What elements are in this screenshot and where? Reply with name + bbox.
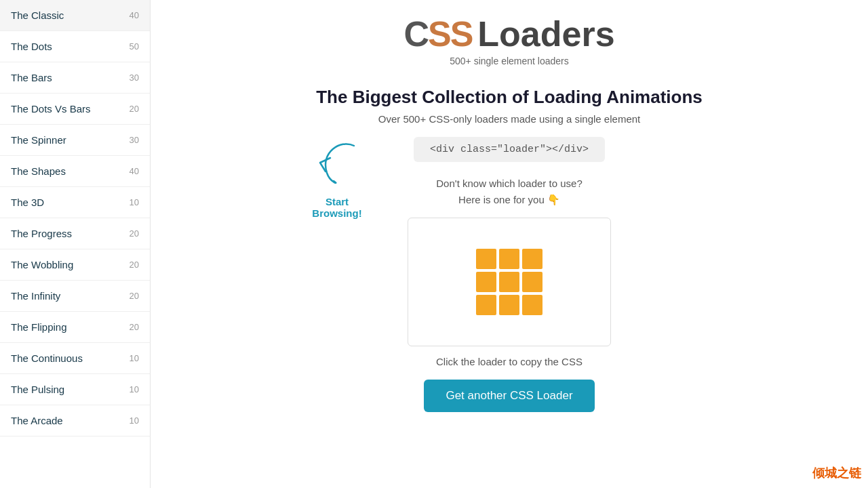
sidebar-item-count-12: 10 — [130, 384, 139, 394]
logo-subtitle: 500+ single element loaders — [450, 56, 569, 66]
sidebar-item-count-9: 20 — [130, 291, 139, 301]
sidebar-item-label-5: The Shapes — [11, 165, 66, 177]
sidebar-item-count-10: 20 — [130, 322, 139, 332]
logo-css: CSS — [403, 14, 472, 54]
arrow-icon — [307, 132, 368, 193]
start-browsing-label: StartBrowsing! — [312, 196, 361, 219]
sidebar-item-3[interactable]: The Dots Vs Bars20 — [0, 94, 150, 125]
sidebar-item-5[interactable]: The Shapes40 — [0, 156, 150, 187]
logo-title: CSS Loaders — [403, 14, 614, 54]
sidebar-item-label-8: The Wobbling — [11, 259, 73, 270]
sidebar-item-label-0: The Classic — [11, 9, 64, 21]
sidebar-item-4[interactable]: The Spinner30 — [0, 125, 150, 156]
logo-loaders: Loaders — [477, 14, 614, 54]
sidebar-item-label-10: The Flipping — [11, 321, 67, 333]
get-another-button[interactable]: Get another CSS Loader — [424, 380, 594, 412]
sidebar-item-6[interactable]: The 3D10 — [0, 187, 150, 218]
sidebar-item-count-0: 40 — [130, 10, 139, 20]
suggestion-text: Don't know which loader to use? Here is … — [436, 176, 583, 208]
sidebar-item-count-2: 30 — [130, 73, 139, 83]
sidebar-item-label-12: The Pulsing — [11, 384, 64, 395]
sidebar-item-label-6: The 3D — [11, 197, 44, 208]
sidebar-item-label-1: The Dots — [11, 41, 52, 52]
sidebar: The Classic40The Dots50The Bars30The Dot… — [0, 0, 151, 488]
sidebar-item-12[interactable]: The Pulsing10 — [0, 374, 150, 405]
sidebar-item-10[interactable]: The Flipping20 — [0, 312, 150, 343]
sidebar-item-count-3: 20 — [130, 104, 139, 114]
grid-cell-8 — [499, 295, 519, 315]
grid-loader — [476, 249, 542, 315]
sidebar-item-count-6: 10 — [130, 197, 139, 207]
sidebar-item-count-4: 30 — [130, 135, 139, 145]
grid-cell-7 — [476, 295, 496, 315]
sidebar-item-1[interactable]: The Dots50 — [0, 31, 150, 62]
sidebar-item-8[interactable]: The Wobbling20 — [0, 249, 150, 281]
sidebar-item-label-3: The Dots Vs Bars — [11, 103, 91, 115]
sidebar-item-label-9: The Infinity — [11, 290, 60, 302]
sidebar-item-label-2: The Bars — [11, 72, 52, 83]
loader-preview-box[interactable] — [408, 218, 611, 346]
main-content: StartBrowsing! CSS Loaders 500+ single e… — [151, 0, 868, 488]
sidebar-item-count-1: 50 — [130, 41, 139, 52]
grid-cell-6 — [522, 272, 542, 292]
hero-subtitle: Over 500+ CSS-only loaders made using a … — [378, 113, 640, 125]
copy-hint: Click the loader to copy the CSS — [436, 356, 583, 367]
grid-cell-1 — [476, 249, 496, 269]
grid-cell-4 — [476, 272, 496, 292]
sidebar-item-9[interactable]: The Infinity20 — [0, 281, 150, 312]
sidebar-item-count-7: 20 — [130, 228, 139, 239]
sidebar-item-count-5: 40 — [130, 166, 139, 176]
sidebar-item-11[interactable]: The Continuous10 — [0, 343, 150, 374]
sidebar-item-0[interactable]: The Classic40 — [0, 0, 150, 31]
sidebar-item-2[interactable]: The Bars30 — [0, 62, 150, 94]
sidebar-item-13[interactable]: The Arcade10 — [0, 405, 150, 436]
sidebar-item-count-11: 10 — [130, 353, 139, 363]
sidebar-item-label-4: The Spinner — [11, 134, 66, 146]
grid-cell-2 — [499, 249, 519, 269]
logo-area: CSS Loaders 500+ single element loaders — [403, 14, 614, 66]
grid-cell-5 — [499, 272, 519, 292]
sidebar-item-7[interactable]: The Progress20 — [0, 218, 150, 249]
grid-cell-3 — [522, 249, 542, 269]
watermark: 倾城之链 — [812, 465, 861, 481]
code-block: <div class="loader"></div> — [414, 137, 605, 162]
sidebar-item-label-13: The Arcade — [11, 415, 63, 426]
start-browsing-annotation: StartBrowsing! — [307, 132, 368, 219]
sidebar-item-count-13: 10 — [130, 415, 139, 426]
grid-cell-9 — [522, 295, 542, 315]
hero-title: The Biggest Collection of Loading Animat… — [316, 87, 703, 108]
sidebar-item-count-8: 20 — [130, 260, 139, 270]
sidebar-item-label-7: The Progress — [11, 228, 72, 239]
sidebar-item-label-11: The Continuous — [11, 352, 83, 364]
